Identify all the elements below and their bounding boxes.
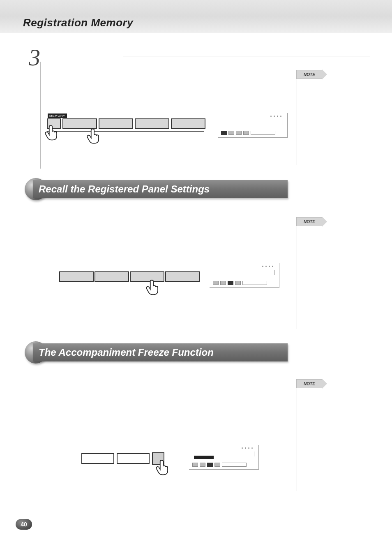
hand-pointer-icon bbox=[85, 127, 104, 145]
lcd-display bbox=[210, 263, 279, 288]
button-row-underline bbox=[47, 131, 204, 132]
lcd-meter bbox=[221, 131, 275, 135]
freeze-button-2 bbox=[117, 453, 150, 464]
page-title: Registration Memory bbox=[23, 16, 133, 29]
section-title: The Accompaniment Freeze Function bbox=[39, 347, 214, 358]
note-divider bbox=[297, 388, 297, 491]
lcd-tick bbox=[283, 120, 283, 125]
lcd-meter bbox=[192, 463, 247, 467]
lcd-tick bbox=[254, 452, 254, 456]
hand-pointer-icon bbox=[145, 278, 163, 296]
note-tab: NOTE bbox=[296, 217, 323, 226]
reg-button-2 bbox=[95, 271, 129, 282]
page-number-badge: 40 bbox=[16, 519, 32, 530]
hand-pointer-icon bbox=[44, 123, 62, 141]
reg-button-2 bbox=[99, 118, 133, 129]
section-title: Recall the Registered Panel Settings bbox=[39, 183, 210, 195]
lcd-dots bbox=[262, 266, 273, 267]
note-label: NOTE bbox=[304, 220, 315, 224]
note-divider bbox=[297, 226, 297, 329]
freeze-button-1 bbox=[81, 453, 114, 464]
note-label: NOTE bbox=[304, 382, 315, 386]
step-number: 3 bbox=[29, 44, 40, 71]
lcd-dots bbox=[270, 116, 281, 117]
step-divider bbox=[40, 62, 41, 169]
reg-button-4 bbox=[171, 118, 205, 129]
memory-label: MEMORY bbox=[48, 113, 67, 118]
hand-pointer-icon bbox=[154, 458, 173, 476]
button-row-recall bbox=[59, 271, 200, 282]
lcd-display bbox=[189, 445, 259, 470]
lcd-dots bbox=[242, 447, 253, 449]
lcd-bar bbox=[194, 456, 214, 459]
lcd-display bbox=[218, 113, 288, 138]
reg-button-4 bbox=[165, 271, 200, 282]
lcd-tick bbox=[274, 270, 275, 275]
button-row-memory bbox=[47, 118, 205, 129]
note-tab: NOTE bbox=[296, 70, 323, 79]
reg-button-3 bbox=[135, 118, 169, 129]
page-number: 40 bbox=[21, 521, 27, 528]
note-divider bbox=[297, 79, 297, 165]
section-heading-freeze: The Accompaniment Freeze Function bbox=[33, 343, 288, 361]
step-rule bbox=[123, 56, 370, 56]
section-heading-recall: Recall the Registered Panel Settings bbox=[33, 180, 288, 198]
lcd-meter bbox=[213, 281, 267, 285]
button-row-freeze bbox=[81, 452, 164, 465]
note-tab: NOTE bbox=[296, 379, 323, 388]
note-label: NOTE bbox=[304, 72, 315, 77]
reg-button-1 bbox=[59, 271, 94, 282]
